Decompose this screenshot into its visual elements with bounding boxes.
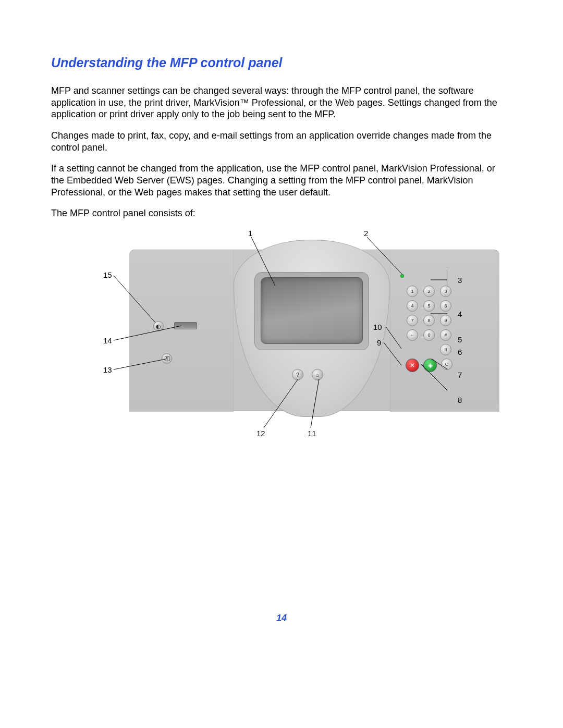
key-0: 0 xyxy=(423,329,435,341)
callout-6: 6 xyxy=(458,348,462,356)
callout-2: 2 xyxy=(364,229,368,238)
help-button: ? xyxy=(292,369,303,380)
callout-12: 12 xyxy=(256,429,265,438)
numeric-keypad: 1 2 3 4 5 6 7 8 9 ← 0 # xyxy=(400,286,458,375)
key-2: 2 xyxy=(423,286,435,297)
control-panel-diagram: ◐ ⚿ 1 2 3 4 5 6 7 8 9 xyxy=(82,229,447,442)
key-6: 6 xyxy=(440,300,451,312)
usb-port xyxy=(174,322,197,329)
paragraph-4: The MFP control panel consists of: xyxy=(51,207,505,219)
key-9: 9 xyxy=(440,315,451,326)
key-clear: C xyxy=(441,359,452,370)
callout-14: 14 xyxy=(103,336,112,345)
section-heading: Understanding the MFP control panel xyxy=(51,55,505,70)
callout-11: 11 xyxy=(308,429,316,438)
key-back: ← xyxy=(407,329,418,341)
key-hash: # xyxy=(440,329,451,341)
key-3: 3 xyxy=(440,286,451,297)
paragraph-1: MFP and scanner settings can be changed … xyxy=(51,85,505,120)
key-7: 7 xyxy=(407,315,418,326)
callout-1: 1 xyxy=(248,229,252,238)
callout-3: 3 xyxy=(458,276,462,285)
callout-10: 10 xyxy=(373,323,382,331)
key-4: 4 xyxy=(407,300,418,312)
lcd-screen xyxy=(261,277,363,344)
callout-9: 9 xyxy=(377,338,381,347)
key-1: 1 xyxy=(407,286,418,297)
paragraph-2: Changes made to print, fax, copy, and e-… xyxy=(51,130,505,153)
key-pause: II xyxy=(440,344,451,355)
callout-15: 15 xyxy=(103,270,112,279)
key-5: 5 xyxy=(423,300,435,312)
key-8: 8 xyxy=(423,315,435,326)
indicator-light xyxy=(400,274,404,278)
paragraph-3: If a setting cannot be changed from the … xyxy=(51,163,505,198)
callout-5: 5 xyxy=(458,335,462,344)
start-button: ◈ xyxy=(423,359,437,372)
callout-13: 13 xyxy=(103,365,112,374)
page-number: 14 xyxy=(0,613,563,624)
home-button: ⌂ xyxy=(312,369,323,380)
key-lock-button: ⚿ xyxy=(162,353,172,364)
callout-7: 7 xyxy=(458,371,462,379)
contrast-button: ◐ xyxy=(153,321,164,331)
stop-button: ✕ xyxy=(406,359,419,372)
callout-4: 4 xyxy=(458,310,462,318)
device-body: ◐ ⚿ 1 2 3 4 5 6 7 8 9 xyxy=(129,250,499,411)
device-left-wing xyxy=(129,250,234,412)
callout-8: 8 xyxy=(458,396,462,404)
